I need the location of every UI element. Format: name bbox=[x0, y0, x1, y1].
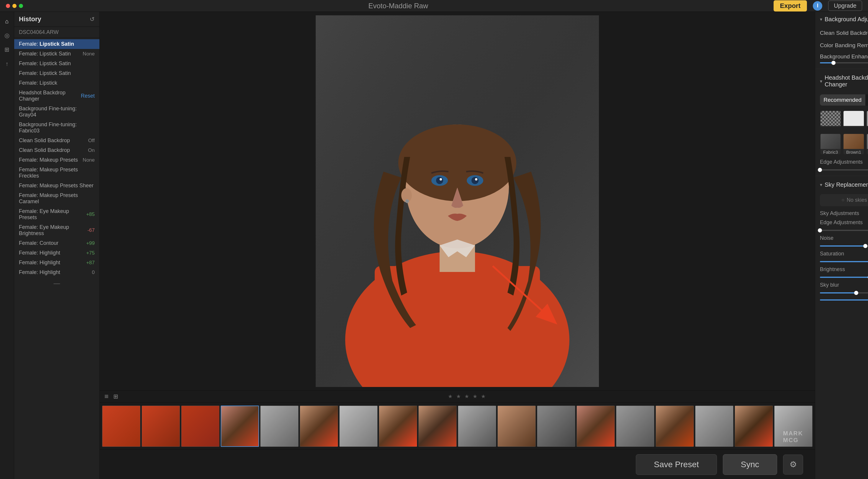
minimize-dot[interactable] bbox=[12, 4, 17, 8]
svg-point-10 bbox=[471, 177, 478, 184]
swatch-brown-label: Brown1 bbox=[843, 149, 864, 155]
background-enhancement-slider[interactable] bbox=[820, 62, 868, 63]
swatch-brown[interactable]: Brown1 bbox=[843, 133, 864, 155]
history-panel: History ↺ DSC04064.ARW Female: Lipstick … bbox=[14, 12, 100, 479]
filmstrip-thumb[interactable] bbox=[656, 406, 694, 447]
swatch-gray2[interactable]: Gray03 bbox=[866, 133, 868, 155]
svg-point-12 bbox=[475, 178, 477, 181]
sky-edge-thumb[interactable] bbox=[818, 228, 822, 232]
sync-button[interactable]: Sync bbox=[723, 454, 777, 475]
star-1[interactable]: ★ bbox=[448, 393, 453, 400]
filmstrip-thumb[interactable] bbox=[537, 406, 575, 447]
star-3[interactable]: ★ bbox=[464, 393, 469, 400]
list-item[interactable]: Female: Makeup Presets Freckles bbox=[14, 165, 99, 181]
saturation-slider[interactable] bbox=[820, 261, 868, 262]
edge-slider-thumb[interactable] bbox=[818, 168, 822, 172]
sky-blur-slider[interactable] bbox=[820, 292, 868, 293]
list-item[interactable]: Female: Lipstick Satin bbox=[14, 39, 99, 49]
filmstrip-thumb[interactable] bbox=[418, 406, 457, 447]
history-refresh-icon[interactable]: ↺ bbox=[90, 15, 95, 23]
list-item[interactable]: Female: Lipstick Satin bbox=[14, 59, 99, 68]
star-4[interactable]: ★ bbox=[473, 393, 477, 400]
filmstrip-thumb[interactable] bbox=[458, 406, 496, 447]
list-item[interactable]: Female: Highlight 0 bbox=[14, 267, 99, 277]
nav-icon-adjust[interactable]: ◎ bbox=[2, 31, 12, 40]
save-preset-button[interactable]: Save Preset bbox=[636, 454, 717, 475]
list-item[interactable]: Female: Eye Makeup Brightness -67 bbox=[14, 222, 99, 238]
filmstrip-thumb[interactable] bbox=[735, 406, 773, 447]
tab-yours[interactable]: Yours bbox=[865, 94, 868, 105]
filmstrip-thumb[interactable] bbox=[577, 406, 615, 447]
list-item[interactable]: Female: Makeup Presets None bbox=[14, 155, 99, 165]
headshot-backdrop-header[interactable]: ▾ Headshot Backdrop Changer ✎ ↗ bbox=[815, 70, 868, 92]
list-item[interactable]: Female: Lipstick Satin None bbox=[14, 49, 99, 59]
noise-thumb[interactable] bbox=[863, 244, 867, 248]
saturation-label: Saturation bbox=[820, 251, 844, 257]
extra-slider-row bbox=[815, 296, 868, 305]
list-item[interactable]: Female: Highlight +87 bbox=[14, 258, 99, 267]
upgrade-button[interactable]: Upgrade bbox=[828, 1, 862, 11]
grid-icon[interactable]: ⊞ bbox=[113, 393, 118, 400]
list-item[interactable]: Clean Solid Backdrop On bbox=[14, 146, 99, 155]
list-item[interactable]: Female: Highlight +75 bbox=[14, 248, 99, 258]
swatch-white[interactable] bbox=[843, 110, 864, 132]
toolbar-settings-button[interactable]: ⚙ bbox=[783, 454, 803, 475]
filter-icon[interactable]: ≡ bbox=[104, 392, 108, 401]
nav-icon-layers[interactable]: ⊞ bbox=[2, 45, 12, 54]
list-item[interactable]: Background Fine-tuning: Fabric03 bbox=[14, 120, 99, 136]
list-item[interactable]: Female: Lipstick Satin bbox=[14, 68, 99, 78]
filmstrip-thumb[interactable] bbox=[497, 406, 536, 447]
avatar[interactable]: I bbox=[813, 1, 822, 11]
list-item[interactable]: Female: Makeup Presets Sheer bbox=[14, 181, 99, 191]
filmstrip-thumb[interactable] bbox=[379, 406, 417, 447]
history-panel-header: History ↺ bbox=[14, 12, 99, 27]
list-item[interactable]: Headshot Backdrop Changer Reset bbox=[14, 88, 99, 104]
filmstrip-thumb[interactable] bbox=[695, 406, 734, 447]
swatch-gray2-label: Gray03 bbox=[867, 149, 868, 155]
swatch-fabric[interactable]: Fabric3 bbox=[820, 133, 841, 155]
list-item[interactable]: Female: Lipstick bbox=[14, 78, 99, 88]
chevron-down-icon-2: ▾ bbox=[820, 78, 822, 84]
list-item[interactable]: Female: Makeup Presets Caramel bbox=[14, 191, 99, 206]
filmstrip-thumb[interactable] bbox=[616, 406, 654, 447]
noise-slider[interactable] bbox=[820, 246, 868, 247]
filmstrip-thumb[interactable] bbox=[339, 406, 378, 447]
filmstrip[interactable] bbox=[100, 402, 815, 449]
star-2[interactable]: ★ bbox=[456, 393, 461, 400]
sky-edge-slider[interactable] bbox=[820, 230, 868, 231]
maximize-dot[interactable] bbox=[19, 4, 23, 8]
filmstrip-thumb-selected[interactable] bbox=[221, 406, 259, 447]
filmstrip-thumb[interactable] bbox=[102, 406, 141, 447]
extra-slider[interactable] bbox=[820, 299, 868, 300]
export-button[interactable]: Export bbox=[774, 0, 807, 11]
reset-button[interactable]: Reset bbox=[81, 93, 95, 99]
close-dot[interactable] bbox=[6, 4, 10, 8]
list-item[interactable]: Background Fine-tuning: Gray04 bbox=[14, 104, 99, 120]
sky-blur-thumb[interactable] bbox=[854, 291, 858, 295]
filmstrip-thumb[interactable] bbox=[260, 406, 299, 447]
list-item[interactable]: Female: Contour +99 bbox=[14, 238, 99, 248]
brightness-slider[interactable] bbox=[820, 277, 868, 278]
background-enhancement-row: Background Enhancement ⓘ bbox=[815, 52, 868, 68]
background-adjustments-title: Background Adjustments bbox=[825, 16, 868, 23]
nav-icon-export[interactable]: ↑ bbox=[2, 59, 12, 68]
nav-icon-home[interactable]: ⌂ bbox=[2, 17, 12, 26]
list-item[interactable]: Female: Eye Makeup Presets +85 bbox=[14, 206, 99, 222]
background-adjustments-header[interactable]: ▾ Background Adjustments bbox=[815, 12, 868, 27]
list-item[interactable]: Clean Solid Backdrop Off bbox=[14, 136, 99, 146]
clean-solid-backdrop-label: Clean Solid Backdrop bbox=[820, 30, 868, 36]
filmstrip-thumb[interactable] bbox=[300, 406, 338, 447]
sky-replacement-header[interactable]: ▾ Sky Replacement bbox=[815, 177, 868, 192]
filmstrip-thumb[interactable] bbox=[142, 406, 180, 447]
slider-thumb[interactable] bbox=[831, 61, 836, 65]
svg-point-11 bbox=[440, 178, 442, 181]
swatch-transparent[interactable] bbox=[820, 110, 841, 132]
filmstrip-thumb[interactable] bbox=[181, 406, 219, 447]
swatch-gray[interactable] bbox=[866, 110, 868, 132]
portrait-svg bbox=[316, 15, 599, 387]
star-5[interactable]: ★ bbox=[481, 393, 486, 400]
edge-adjustments-slider[interactable] bbox=[820, 169, 868, 170]
saturation-slider-row bbox=[815, 258, 868, 265]
right-panel: ▾ Background Adjustments Clean Solid Bac… bbox=[815, 12, 868, 479]
tab-recommended[interactable]: Recommended bbox=[820, 94, 865, 105]
